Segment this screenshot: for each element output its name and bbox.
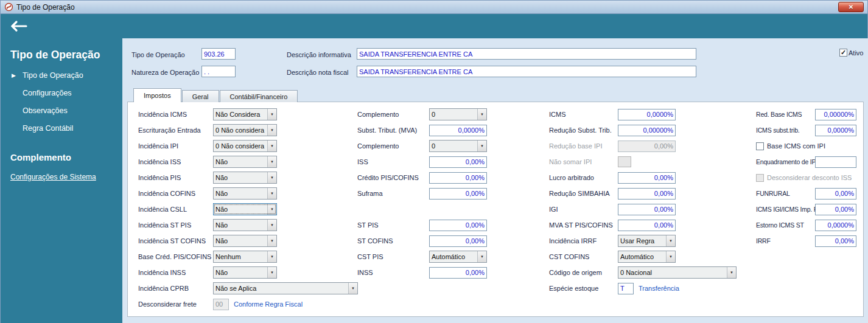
close-button[interactable]: ✕ <box>838 2 864 12</box>
field-row-blank <box>357 201 487 217</box>
incidencia-icms-select[interactable]: Não Considera▼ <box>213 108 277 120</box>
funrural-input[interactable]: 0,00% <box>815 188 856 200</box>
field-row-reducao-simbahia: Redução SIMBAHIA0,00% <box>549 186 737 201</box>
incidencia-ipi-select[interactable]: 0 Não considera▼ <box>213 140 277 152</box>
field-row-credito-pis-cofins: Crédito PIS/COFINS0,00% <box>357 170 487 186</box>
credito-pis-cofins-input[interactable]: 0,00% <box>429 172 487 184</box>
mva-st-pis-cofins-input[interactable]: 0,00% <box>618 220 676 231</box>
tab-bar: Impostos Geral Contábil/Financeiro <box>133 88 298 102</box>
tab-contabil-financeiro[interactable]: Contábil/Financeiro <box>220 90 298 102</box>
chevron-down-icon: ▼ <box>348 283 357 294</box>
inss-input[interactable]: 0,00% <box>429 267 487 279</box>
descricao-informativa-input[interactable]: SAIDA TRANSFERENCIA ENTRE CA <box>357 48 696 60</box>
irrf-input[interactable]: 0,00% <box>815 235 856 247</box>
sidebar-item-configuracoes[interactable]: Configurações <box>1 85 122 102</box>
field-row-incidencia-cprb: Incidência CPRBNão se Aplica▼ <box>138 280 358 296</box>
cst-cofins-select[interactable]: Automático▼ <box>618 251 676 263</box>
incidencia-iss-label: Incidência ISS <box>138 158 213 165</box>
subst-tribut-mva-input[interactable]: 0,0000% <box>429 125 487 136</box>
chevron-down-icon: ▼ <box>267 141 276 151</box>
chevron-down-icon: ▼ <box>727 267 736 278</box>
codigo-de-origem-select[interactable]: 0 Nacional▼ <box>618 266 737 279</box>
complemento-select[interactable]: 0▼ <box>429 108 487 120</box>
tab-geral[interactable]: Geral <box>182 90 219 102</box>
nao-somar-ipi-box <box>618 156 631 167</box>
tab-impostos[interactable]: Impostos <box>133 88 181 102</box>
icms-label: ICMS <box>549 111 618 118</box>
incidencia-irrf-label: Incidência IRRF <box>549 237 618 245</box>
incidencia-cprb-select[interactable]: Não se Aplica▼ <box>213 282 358 294</box>
icms-input[interactable]: 0,0000% <box>618 109 676 120</box>
field-row-incidencia-iss: Incidência ISSNão▼ <box>138 154 358 170</box>
field-row-reducao-base-ipi: Redução base IPI0,00% <box>549 138 737 154</box>
icms-igi-icms-imp-pr-label: ICMS IGI/ICMS Imp. PR <box>756 206 815 213</box>
field-row-base-cred-pis-cofins: Base Créd. PIS/COFINSNenhum▼ <box>138 249 358 265</box>
reducao-simbahia-input[interactable]: 0,00% <box>618 188 676 200</box>
incidencia-st-cofins-select[interactable]: Não▼ <box>213 235 277 247</box>
incidencia-st-pis-select[interactable]: Não▼ <box>213 219 277 231</box>
red-base-icms-input[interactable]: 0,00000% <box>815 109 856 120</box>
incidencia-cofins-select[interactable]: Não▼ <box>213 187 277 200</box>
close-icon: ✕ <box>849 4 853 10</box>
escrituracao-entrada-select[interactable]: 0 Não considera▼ <box>213 124 277 136</box>
incidencia-irrf-select[interactable]: Usar Regra▼ <box>618 235 676 247</box>
natureza-de-operacao-input[interactable]: . . <box>201 66 236 77</box>
st-pis-input[interactable]: 0,00% <box>429 220 487 231</box>
st-cofins-input[interactable]: 0,00% <box>429 235 487 247</box>
estorno-icms-st-input[interactable]: 0,0000% <box>815 220 856 231</box>
sidebar-item-label: Configurações <box>23 89 72 97</box>
descricao-informativa-label: Descrição informativa <box>287 51 351 58</box>
enquadramento-de-ipi-input[interactable] <box>815 156 856 168</box>
especie-estoque-link[interactable]: Transferência <box>639 285 679 292</box>
cst-cofins-selected-value: Automático <box>618 253 666 260</box>
header-bar <box>1 14 867 38</box>
suframa-input[interactable]: 0,00% <box>429 188 487 200</box>
sidebar-item-observacoes[interactable]: Observações <box>1 102 122 120</box>
descricao-nota-fiscal-input[interactable]: SAIDA TRANSFERENCIA ENTRE CA <box>357 66 696 77</box>
lucro-arbitrado-input[interactable]: 0,00% <box>618 172 676 184</box>
sidebar-item-regra-contabil[interactable]: Regra Contábil <box>1 120 122 137</box>
incidencia-icms-selected-value: Não Considera <box>214 111 267 118</box>
especie-estoque-input[interactable]: T <box>618 283 634 294</box>
incidencia-iss-select[interactable]: Não▼ <box>213 156 277 168</box>
desconsiderar-frete-input: 00 <box>213 299 229 310</box>
field-row-complemento: Complemento0▼ <box>357 138 487 154</box>
incidencia-cprb-selected-value: Não se Aplica <box>214 285 348 292</box>
enquadramento-de-ipi-label: Enquadramento de IPI <box>756 158 815 165</box>
incidencia-inss-select[interactable]: Não▼ <box>213 266 277 279</box>
reducao-base-ipi-label: Redução base IPI <box>549 142 618 150</box>
active-item-marker-icon: ▶ <box>12 72 16 78</box>
incidencia-st-pis-selected-value: Não <box>214 221 267 229</box>
cst-pis-select[interactable]: Automático▼ <box>429 251 487 263</box>
back-button[interactable] <box>10 20 27 32</box>
incidencia-cofins-label: Incidência COFINS <box>138 190 213 197</box>
field-row-incidencia-st-cofins: Incidência ST COFINSNão▼ <box>138 233 358 249</box>
impostos-column-4: Red. Base ICMS0,00000%ICMS subst.trib.0,… <box>756 106 856 249</box>
main-content: Tipo de Operação 903.26 Natureza de Oper… <box>122 38 868 323</box>
incidencia-csll-select[interactable]: Não▼ <box>213 203 277 215</box>
iss-label: ISS <box>357 158 429 165</box>
impostos-tab-panel: Incidência ICMSNão Considera▼Escrituraçã… <box>127 102 864 317</box>
complemento-select[interactable]: 0▼ <box>429 140 487 152</box>
subst-tribut-mva-label: Subst. Tribut. (MVA) <box>357 127 429 134</box>
incidencia-pis-select[interactable]: Não▼ <box>213 172 277 184</box>
reducao-simbahia-label: Redução SIMBAHIA <box>549 190 618 197</box>
igi-input[interactable]: 0,00% <box>618 204 676 215</box>
sidebar-item-tipo-de-operacao[interactable]: ▶ Tipo de Operação <box>1 67 122 85</box>
field-row-incidencia-irrf: Incidência IRRFUsar Regra▼ <box>549 233 737 249</box>
desconsiderar-frete-link[interactable]: Conforme Regra Fiscal <box>234 300 303 308</box>
complemento-selected-value: 0 <box>430 111 477 118</box>
icms-igi-icms-imp-pr-input[interactable]: 0,00% <box>815 204 856 215</box>
reducao-subst-trib-input[interactable]: 0,00000% <box>618 125 676 136</box>
sidebar-item-label: Regra Contábil <box>23 124 73 133</box>
base-cred-pis-cofins-select[interactable]: Nenhum▼ <box>213 251 277 263</box>
icms-subst-trib-input[interactable]: 0,0000% <box>815 125 856 136</box>
field-row-enquadramento-de-ipi: Enquadramento de IPI <box>756 154 856 170</box>
base-icms-com-ipi-checkbox[interactable] <box>756 142 764 150</box>
complemento-label: Complemento <box>357 142 429 150</box>
ativo-checkbox[interactable]: ✓ <box>839 49 847 57</box>
tipo-de-operacao-input[interactable]: 903.26 <box>201 48 236 60</box>
incidencia-pis-label: Incidência PIS <box>138 174 213 181</box>
iss-input[interactable]: 0,00% <box>429 156 487 168</box>
sidebar-link-configuracoes-de-sistema[interactable]: Configurações de Sistema <box>1 168 122 186</box>
